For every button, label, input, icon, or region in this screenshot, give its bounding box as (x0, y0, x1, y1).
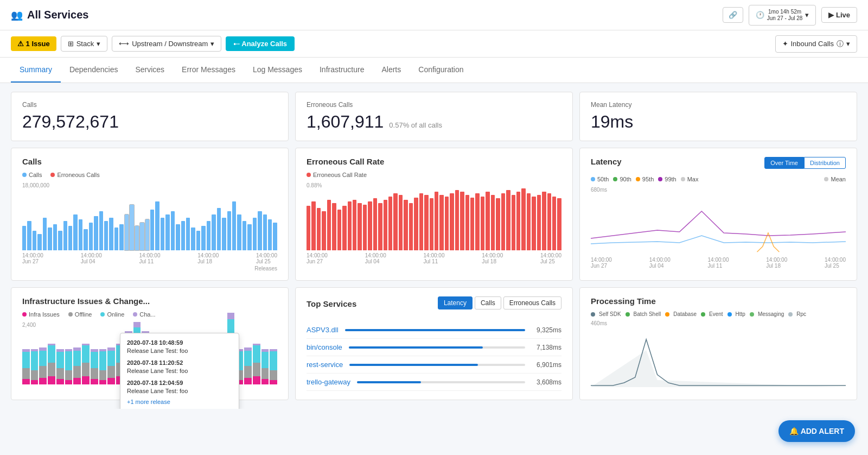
err-bar (373, 198, 377, 250)
err-bar (322, 211, 326, 250)
calls-bar (207, 221, 210, 250)
analyze-calls-button[interactable]: •·· Analyze Calls (226, 36, 295, 51)
err-bar (450, 193, 454, 250)
calls-bar (201, 226, 205, 250)
calls-y-label: 18,000,000 (22, 182, 277, 188)
tab-services[interactable]: Services (126, 58, 173, 83)
live-button[interactable]: ▶ Live (821, 7, 857, 23)
err-bar (532, 197, 535, 250)
clock-icon: 🕐 (756, 11, 764, 19)
tab-error-messages[interactable]: Error Messages (173, 58, 244, 83)
tab-infrastructure[interactable]: Infrastructure (311, 58, 373, 83)
calls-btn[interactable]: Calls (475, 296, 501, 309)
err-bar (435, 192, 438, 250)
infra-bar-col (48, 344, 55, 384)
stack-chevron-icon: ▾ (97, 40, 100, 48)
infra-segment (107, 378, 115, 384)
infra-segment (56, 379, 64, 384)
service-name[interactable]: bin/console (307, 343, 342, 351)
service-name[interactable]: ASPV3.dll (307, 326, 339, 334)
err-bar (542, 192, 546, 250)
offline-dot (68, 312, 73, 317)
err-bar (445, 197, 449, 250)
50th-dot (591, 177, 595, 181)
distribution-button[interactable]: Distribution (804, 157, 846, 169)
calls-bar (109, 218, 113, 250)
batch-shell-item: Batch Shell (626, 311, 661, 317)
processing-chart-title: Processing Time (591, 296, 846, 306)
calls-bar (130, 205, 133, 250)
latency-line-chart (591, 195, 846, 255)
err-bar (399, 195, 403, 250)
time-range-button[interactable]: 🕐 1mo 14h 52m Jun 27 - Jul 28 ▾ (749, 5, 816, 26)
calls-bar (99, 211, 103, 250)
service-name[interactable]: rest-service (307, 361, 343, 369)
infra-bar-col (82, 344, 90, 384)
tab-alerts[interactable]: Alerts (373, 58, 410, 83)
infra-bar-col (91, 349, 98, 384)
infra-bar-col (22, 349, 30, 384)
infra-segment (261, 379, 269, 384)
calls-bar (114, 228, 118, 250)
tab-dependencies[interactable]: Dependencies (61, 58, 127, 83)
services-icon: 👥 (11, 9, 23, 21)
err-bar (470, 198, 474, 251)
service-bar (349, 346, 483, 349)
time-range-line1: 1mo 14h 52m Jun 27 - Jul 28 (767, 9, 803, 22)
latency-stat-label: Mean Latency (591, 101, 846, 109)
err-bar (404, 200, 407, 250)
err-bar (481, 197, 484, 250)
infra-segment (22, 352, 30, 368)
latency-stat-value: 19ms (591, 112, 846, 132)
infra-segment (270, 380, 277, 384)
calls-bar (237, 214, 241, 250)
erroneous-stat-label: Erroneous Calls (307, 101, 561, 109)
issue-button[interactable]: ⚠ 1 Issue (11, 36, 56, 51)
tab-configuration[interactable]: Configuration (410, 58, 472, 83)
erroneous-stat-sub: 0.57% of all calls (389, 121, 442, 129)
service-name[interactable]: trello-gateway (307, 378, 350, 386)
over-time-button[interactable]: Over Time (764, 157, 804, 169)
inbound-calls-button[interactable]: ✦ Inbound Calls ⓘ ▾ (775, 35, 858, 53)
main-content: Calls 279,572,671 Erroneous Calls 1,607,… (0, 83, 868, 409)
err-bar (414, 198, 418, 251)
err-bar (358, 203, 361, 250)
calls-bar (165, 214, 169, 250)
upstream-button[interactable]: ⟷ Upstream / Downstream ▾ (112, 36, 221, 52)
infra-segment (270, 370, 277, 380)
service-item: bin/console 7,138ms (307, 339, 561, 356)
toolbar: ⚠ 1 Issue ⊞ Stack ▾ ⟷ Upstream / Downstr… (0, 30, 868, 58)
err-bar (501, 193, 505, 250)
infra-segment (56, 352, 64, 368)
tab-summary[interactable]: Summary (11, 58, 61, 83)
infra-segment (73, 378, 81, 384)
err-bar (455, 190, 459, 250)
erroneous-calls-btn[interactable]: Erroneous Calls (503, 296, 561, 309)
tooltip-more[interactable]: +1 more release (127, 399, 232, 405)
calls-bar (125, 214, 129, 250)
infra-bar-col (270, 349, 277, 384)
tab-log-messages[interactable]: Log Messages (244, 58, 311, 83)
stack-button[interactable]: ⊞ Stack ▾ (61, 36, 108, 52)
err-bar (424, 195, 428, 250)
infra-segment (270, 351, 277, 370)
calls-bar (150, 210, 154, 250)
infra-segment (48, 345, 55, 363)
app-title: All Services (27, 9, 88, 21)
err-bar (547, 193, 551, 250)
err-rate-legend-dot (307, 173, 311, 177)
infra-dot (22, 312, 27, 317)
calls-bar (263, 214, 267, 250)
calls-bar (258, 211, 261, 250)
latency-btn[interactable]: Latency (438, 296, 473, 309)
calls-stat-value: 279,572,671 (22, 112, 277, 132)
link-button[interactable]: 🔗 (723, 7, 743, 23)
calls-bar (140, 223, 144, 250)
calls-bar (273, 223, 277, 250)
latency-header: Latency Over Time Distribution (591, 157, 846, 172)
event-item: Event (701, 311, 723, 317)
calls-bar (268, 219, 272, 250)
calls-chart-card: Calls Calls Erroneous Calls 18,000,000 1… (11, 148, 289, 281)
calls-bar (27, 221, 31, 250)
infra-segment (31, 351, 39, 370)
